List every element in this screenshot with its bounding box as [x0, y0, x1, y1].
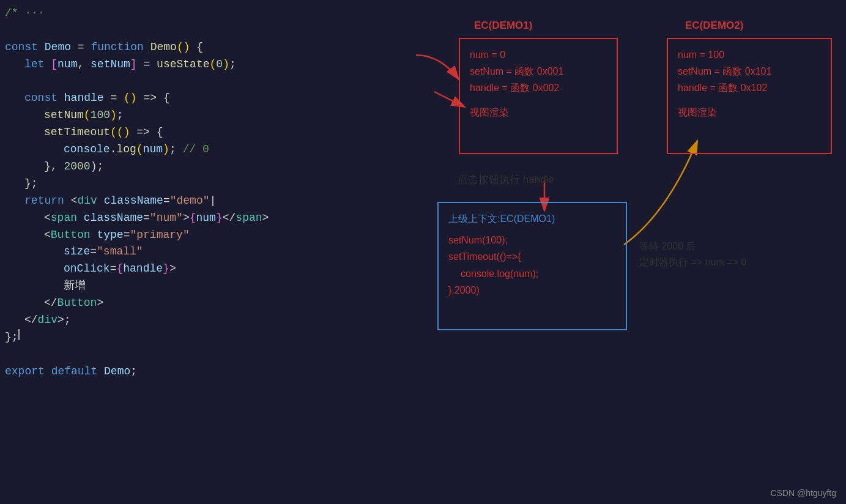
eq-2: = — [137, 56, 157, 73]
closure-box: 上级上下文:EC(DEMO1) setNum(100); setTimeout(… — [437, 202, 627, 330]
const-kw-2: const — [24, 90, 64, 107]
log-method: log — [116, 141, 136, 158]
brace-close-3: }, — [44, 158, 64, 176]
code-line-4: const handle = () => { — [0, 90, 404, 107]
console-obj: console — [64, 141, 110, 158]
code-line-11: < span className = "num" > { num } </ sp… — [0, 210, 404, 227]
ec1-line2: setNum = 函数 0x001 — [470, 63, 607, 80]
small-val: "small" — [97, 243, 143, 261]
setnum-var: setNum — [91, 56, 130, 73]
num-arg: num — [143, 141, 163, 158]
onclick-attr: onClick — [64, 261, 110, 278]
handle-var: handle — [64, 90, 111, 107]
outer-brace-close: }; — [5, 329, 18, 346]
num-val: "num" — [150, 210, 183, 227]
code-comment-line: /* ··· — [0, 5, 404, 22]
closure-box-title: 上级上下文:EC(DEMO1) — [448, 210, 616, 227]
primary-val: "primary" — [130, 227, 189, 244]
eq-attr-1: = — [163, 193, 170, 210]
gt-close-button: > — [97, 295, 103, 312]
closure-line1: setNum(100); — [448, 232, 616, 248]
setnum-call: setNum — [44, 107, 84, 124]
code-line-1: const Demo = function Demo ( ) { — [0, 39, 404, 56]
code-line-5: setNum ( 100 ) ; — [0, 107, 404, 124]
code-line-10: return < div className = "demo" | — [0, 193, 404, 210]
demo-val: "demo" — [170, 193, 210, 210]
ec2-box: num = 100 setNum = 函数 0x101 handle = 函数 … — [667, 38, 832, 154]
paren-open-1: ( — [177, 39, 184, 56]
jsx-brace-3: { — [116, 261, 123, 278]
code-line-7: console . log ( num ) ; // 0 — [0, 141, 404, 158]
ec2-line3: handle = 函数 0x102 — [678, 80, 821, 96]
button-close-tag: Button — [58, 295, 97, 312]
code-line-12: < Button type = "primary" — [0, 227, 404, 244]
num-jsx: num — [196, 210, 216, 227]
lt-2: < — [44, 210, 51, 227]
code-line-20: export default Demo ; — [0, 363, 404, 380]
function-kw: function — [91, 39, 150, 56]
comment-zero: // 0 — [182, 141, 209, 158]
div-close-tag: div — [38, 312, 58, 329]
code-blank-1 — [0, 22, 404, 39]
paren-close-9: ); — [91, 158, 104, 176]
dot-1: . — [110, 141, 117, 158]
semi-2: ; — [117, 107, 124, 124]
twothousand-num: 2000 — [64, 158, 90, 176]
code-line-6: setTimeout (() => { — [0, 124, 404, 141]
close-span-gt: > — [262, 210, 269, 227]
code-area: /* ··· const Demo = function Demo ( ) { … — [0, 0, 404, 504]
close-span: </ — [223, 210, 236, 227]
eq-attr-5: = — [110, 261, 117, 278]
code-line-15: 新增 — [0, 278, 404, 295]
diagram-area: EC(DEMO1) EC(DEMO2) num = 0 setNum = 函数 … — [404, 0, 846, 504]
button-tag: Button — [51, 227, 97, 244]
const-kw: const — [5, 39, 45, 56]
paren-6: (() — [110, 124, 130, 141]
click-handle-label: 点击按钮执行 handle — [458, 172, 554, 187]
export-kw: export — [5, 363, 51, 380]
usestate-call: useState — [157, 56, 209, 73]
paren-3: ) — [223, 56, 229, 73]
lt-close-div: </ — [24, 312, 38, 329]
code-line-14: onClick = { handle } > — [0, 261, 404, 278]
demo-func-name: Demo — [150, 39, 177, 56]
closure-line2: setTimeout(()=>{ — [448, 248, 616, 265]
wait-label-2: 定时器执行 => num => 0 — [639, 254, 746, 270]
zero-num: 0 — [216, 56, 223, 73]
jsx-brace-2: } — [216, 210, 223, 227]
size-attr: size — [64, 243, 90, 261]
paren-5: ) — [110, 107, 117, 124]
closure-line4: },2000) — [448, 282, 616, 298]
demo-export: Demo — [104, 363, 130, 380]
eq-3: = — [110, 90, 124, 107]
code-line-16: </ Button > — [0, 295, 404, 312]
ec1-line5: 视图渲染 — [470, 104, 607, 120]
semi-1: ; — [229, 56, 236, 73]
comment-text: /* ··· — [5, 5, 45, 22]
gt-2: > — [169, 261, 176, 278]
classname-attr-2: className — [84, 210, 143, 227]
ec1-line1: num = 0 — [470, 46, 607, 63]
settimeout-call: setTimeout — [44, 124, 110, 141]
paren-arrow-1: () — [124, 90, 137, 107]
brace-open-1: { — [190, 39, 204, 56]
lt-1: < — [71, 193, 78, 210]
semi-3: ; — [169, 141, 183, 158]
arrow-1: => — [137, 90, 163, 107]
semi-final: ; — [130, 363, 137, 380]
close-span-tag: span — [236, 210, 262, 227]
eq-op: = — [78, 39, 91, 56]
eq-attr-4: = — [90, 243, 97, 261]
bracket-close: ] — [130, 56, 137, 73]
paren-2: ( — [210, 56, 217, 73]
num-var: num — [58, 56, 77, 73]
div-tag: div — [77, 193, 103, 210]
new-text: 新增 — [64, 278, 86, 295]
ec1-label: EC(DEMO1) — [474, 20, 532, 32]
paren-8: ) — [163, 141, 169, 158]
wait-label-1: 等待 2000 后 — [639, 239, 746, 254]
paren-4: ( — [84, 107, 91, 124]
return-kw: return — [24, 193, 71, 210]
code-blank-2 — [0, 73, 404, 91]
gt-1: > — [183, 210, 190, 227]
